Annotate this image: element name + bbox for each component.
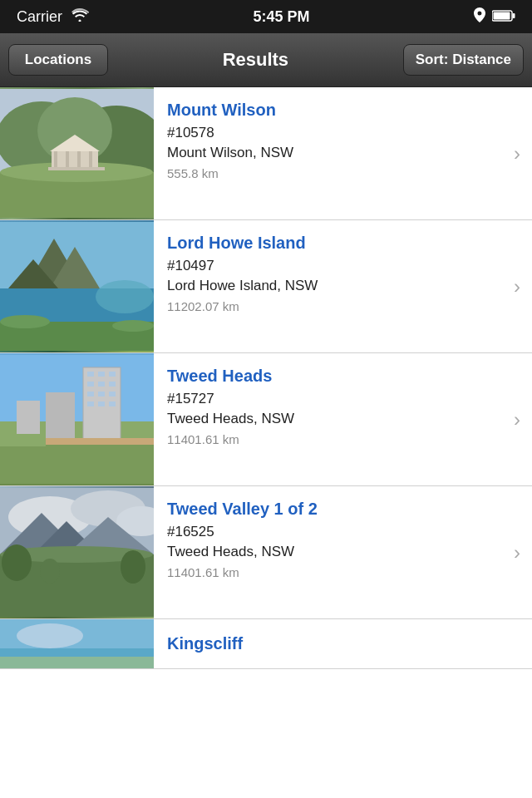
- list-item[interactable]: Tweed Valley 1 of 2 #16525 Tweed Heads, …: [0, 486, 532, 619]
- thumbnail-tweed-valley: [0, 486, 154, 618]
- thumbnail-lord-howe: [0, 220, 154, 352]
- result-distance: 11401.61 km: [167, 565, 505, 579]
- status-right: [474, 7, 515, 27]
- svg-rect-61: [0, 657, 154, 669]
- status-bar: Carrier 5:45 PM: [0, 0, 532, 33]
- svg-point-56: [121, 550, 145, 584]
- svg-rect-1: [512, 13, 515, 18]
- svg-point-21: [96, 280, 154, 313]
- svg-rect-45: [0, 434, 46, 446]
- svg-rect-11: [54, 151, 57, 168]
- result-name: Kingscliff: [167, 634, 524, 653]
- results-list: Mount Wilson #10578 Mount Wilson, NSW 55…: [0, 87, 532, 798]
- result-id: #15727: [167, 391, 505, 407]
- result-distance: 11401.61 km: [167, 432, 505, 446]
- svg-rect-36: [98, 392, 105, 397]
- svg-rect-2: [493, 12, 510, 19]
- status-left: Carrier: [17, 8, 89, 26]
- chevron-icon: ›: [514, 353, 532, 485]
- thumbnail-kingscliff: [0, 619, 154, 669]
- list-item[interactable]: Tweed Heads #15727 Tweed Heads, NSW 1140…: [0, 353, 532, 486]
- back-button[interactable]: Locations: [8, 44, 108, 76]
- result-id: #10497: [167, 258, 505, 274]
- chevron-icon: ›: [514, 220, 532, 352]
- nav-bar: Locations Results Sort: Distance: [0, 33, 532, 87]
- svg-rect-40: [109, 401, 116, 406]
- svg-rect-35: [87, 392, 94, 397]
- carrier-label: Carrier: [17, 8, 62, 26]
- result-content: Tweed Valley 1 of 2 #16525 Tweed Heads, …: [154, 486, 514, 618]
- chevron-icon: ›: [514, 486, 532, 618]
- svg-rect-39: [98, 401, 105, 406]
- result-location: Tweed Heads, NSW: [167, 544, 505, 560]
- result-distance: 555.8 km: [167, 166, 505, 180]
- svg-rect-29: [87, 372, 94, 377]
- status-time: 5:45 PM: [253, 8, 309, 26]
- result-content: Mount Wilson #10578 Mount Wilson, NSW 55…: [154, 87, 514, 219]
- thumbnail-tweed-heads: [0, 353, 154, 485]
- svg-rect-32: [87, 382, 94, 387]
- result-id: #16525: [167, 524, 505, 540]
- battery-icon: [492, 8, 515, 26]
- svg-point-23: [0, 315, 50, 328]
- svg-rect-31: [109, 372, 116, 377]
- location-icon: [474, 7, 485, 27]
- svg-rect-30: [98, 372, 105, 377]
- result-name: Tweed Heads: [167, 367, 505, 386]
- result-location: Mount Wilson, NSW: [167, 145, 505, 161]
- result-location: Lord Howe Island, NSW: [167, 278, 505, 294]
- result-content: Tweed Heads #15727 Tweed Heads, NSW 1140…: [154, 353, 514, 485]
- svg-point-60: [17, 623, 83, 648]
- result-distance: 11202.07 km: [167, 299, 505, 313]
- svg-point-24: [112, 320, 154, 332]
- list-item[interactable]: Lord Howe Island #10497 Lord Howe Island…: [0, 220, 532, 353]
- sort-button[interactable]: Sort: Distance: [403, 44, 524, 76]
- list-item[interactable]: Kingscliff: [0, 619, 532, 669]
- svg-rect-15: [48, 167, 105, 170]
- result-location: Tweed Heads, NSW: [167, 411, 505, 427]
- wifi-icon: [71, 8, 89, 26]
- list-item[interactable]: Mount Wilson #10578 Mount Wilson, NSW 55…: [0, 87, 532, 220]
- svg-rect-13: [77, 151, 81, 168]
- svg-rect-14: [89, 151, 92, 168]
- result-content: Kingscliff: [154, 619, 532, 668]
- svg-rect-41: [46, 392, 75, 442]
- svg-rect-33: [98, 382, 105, 387]
- result-name: Mount Wilson: [167, 101, 505, 120]
- thumbnail-mount-wilson: [0, 87, 154, 219]
- result-content: Lord Howe Island #10497 Lord Howe Island…: [154, 220, 514, 352]
- svg-rect-44: [0, 445, 154, 484]
- svg-rect-12: [66, 151, 69, 168]
- svg-rect-37: [109, 392, 116, 397]
- result-name: Lord Howe Island: [167, 234, 505, 253]
- svg-point-57: [40, 559, 60, 584]
- svg-rect-34: [109, 382, 116, 387]
- nav-title: Results: [108, 49, 403, 71]
- result-name: Tweed Valley 1 of 2: [167, 500, 505, 519]
- chevron-icon: ›: [514, 87, 532, 219]
- result-id: #10578: [167, 125, 505, 141]
- svg-rect-38: [87, 401, 94, 406]
- svg-point-55: [2, 544, 32, 581]
